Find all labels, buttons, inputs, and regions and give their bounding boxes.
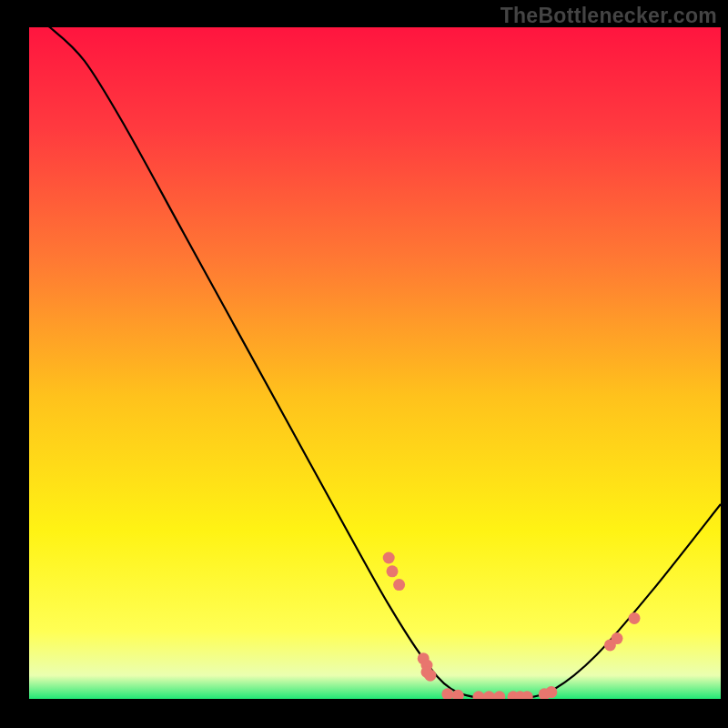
data-marker	[383, 552, 395, 564]
data-marker	[473, 691, 485, 703]
data-marker	[452, 690, 464, 702]
data-marker	[387, 565, 399, 577]
data-marker	[521, 691, 533, 703]
data-marker	[612, 632, 623, 644]
watermark-text: TheBottlenecker.com	[500, 4, 717, 28]
data-marker	[483, 691, 495, 703]
data-marker	[441, 688, 453, 700]
data-marker	[493, 691, 505, 703]
data-marker	[629, 612, 641, 624]
chart-svg	[0, 0, 728, 728]
data-marker	[424, 670, 436, 682]
data-marker	[393, 579, 405, 591]
gradient-background	[29, 27, 721, 699]
data-marker	[545, 686, 557, 698]
bottleneck-chart: TheBottlenecker.com	[0, 0, 728, 728]
